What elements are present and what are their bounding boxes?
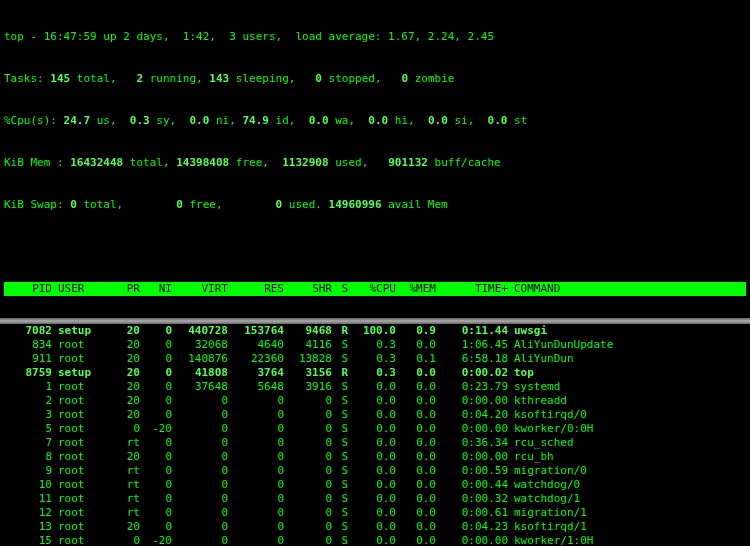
cell-time: 0:00.00 [436,394,508,408]
cell-time: 0:23.79 [436,380,508,394]
cell-res: 22360 [228,352,284,366]
cell-mem: 0.0 [396,394,436,408]
hdr-virt: VIRT [172,282,228,296]
cell-pid: 5 [4,422,52,436]
cell-mem: 0.9 [396,324,436,338]
cell-pr: rt [108,506,140,520]
cell-cpu: 0.3 [348,338,396,352]
terminal[interactable]: top - 16:47:59 up 2 days, 1:42, 3 users,… [0,0,750,546]
cell-user: root [52,338,108,352]
cell-res: 5648 [228,380,284,394]
process-row: 7082setup2004407281537649468R100.00.90:1… [4,324,746,338]
cell-mem: 0.0 [396,492,436,506]
cell-cmd: AliYunDunUpdate [508,338,746,352]
cell-shr: 0 [284,520,332,534]
hdr-res: RES [228,282,284,296]
cell-cmd: migration/0 [508,464,746,478]
cell-cmd: migration/1 [508,506,746,520]
cell-s: S [332,492,348,506]
cell-cmd: kthreadd [508,394,746,408]
cell-time: 0:00.00 [436,450,508,464]
cell-ni: 0 [140,450,172,464]
cell-s: S [332,520,348,534]
cell-shr: 4116 [284,338,332,352]
hdr-cpu: %CPU [348,282,396,296]
hdr-user: USER [52,282,108,296]
summary-mem: KiB Mem : 16432448 total, 14398408 free,… [4,156,746,170]
cell-mem: 0.0 [396,478,436,492]
cell-cpu: 0.0 [348,478,396,492]
process-row: 834root2003206846404116S0.30.01:06.45Ali… [4,338,746,352]
blank-line [4,240,746,254]
cell-virt: 32068 [172,338,228,352]
cell-ni: -20 [140,422,172,436]
cell-user: root [52,520,108,534]
cell-cmd: top [508,366,746,380]
cell-ni: -20 [140,534,172,546]
cell-cpu: 0.0 [348,492,396,506]
cell-virt: 0 [172,478,228,492]
cell-cmd: ksoftirqd/1 [508,520,746,534]
cell-ni: 0 [140,324,172,338]
cell-pid: 8 [4,450,52,464]
cell-user: root [52,394,108,408]
cell-mem: 0.0 [396,408,436,422]
cell-mem: 0.0 [396,366,436,380]
cell-res: 0 [228,408,284,422]
cell-s: S [332,506,348,520]
cell-user: root [52,436,108,450]
cell-pr: 0 [108,534,140,546]
cell-user: root [52,352,108,366]
cell-mem: 0.1 [396,352,436,366]
cell-res: 0 [228,394,284,408]
cell-s: S [332,464,348,478]
cell-virt: 41808 [172,366,228,380]
cell-pid: 13 [4,520,52,534]
process-row: 8759setup2004180837643156R0.30.00:00.02t… [4,366,746,380]
cell-time: 0:00.61 [436,506,508,520]
cell-pr: 20 [108,324,140,338]
cell-ni: 0 [140,380,172,394]
cell-cmd: rcu_bh [508,450,746,464]
cell-res: 3764 [228,366,284,380]
cell-ni: 0 [140,520,172,534]
cell-virt: 0 [172,520,228,534]
cell-pr: rt [108,478,140,492]
cell-pr: 20 [108,408,140,422]
cell-virt: 0 [172,422,228,436]
cell-pid: 8759 [4,366,52,380]
cell-mem: 0.0 [396,380,436,394]
cell-pid: 911 [4,352,52,366]
cell-user: root [52,380,108,394]
cell-s: S [332,380,348,394]
cell-time: 0:00.44 [436,478,508,492]
cell-mem: 0.0 [396,506,436,520]
cell-virt: 0 [172,464,228,478]
cell-pid: 12 [4,506,52,520]
cell-time: 0:04.20 [436,408,508,422]
cell-res: 0 [228,436,284,450]
cell-pid: 1 [4,380,52,394]
summary-cpu: %Cpu(s): 24.7 us, 0.3 sy, 0.0 ni, 74.9 i… [4,114,746,128]
cell-shr: 0 [284,436,332,450]
hdr-pid: PID [4,282,52,296]
hdr-ni: NI [140,282,172,296]
cell-s: S [332,478,348,492]
cell-ni: 0 [140,492,172,506]
cell-pr: 0 [108,422,140,436]
cell-time: 1:06.45 [436,338,508,352]
cell-virt: 440728 [172,324,228,338]
cell-pr: rt [108,436,140,450]
cell-virt: 0 [172,450,228,464]
cell-mem: 0.0 [396,450,436,464]
process-row: 12rootrt0000S0.00.00:00.61migration/1 [4,506,746,520]
cell-pid: 3 [4,408,52,422]
cell-cmd: rcu_sched [508,436,746,450]
cell-pid: 834 [4,338,52,352]
cell-shr: 0 [284,534,332,546]
cell-cmd: watchdog/0 [508,478,746,492]
cell-cmd: systemd [508,380,746,394]
cell-s: S [332,450,348,464]
cell-virt: 0 [172,506,228,520]
cell-cmd: kworker/1:0H [508,534,746,546]
